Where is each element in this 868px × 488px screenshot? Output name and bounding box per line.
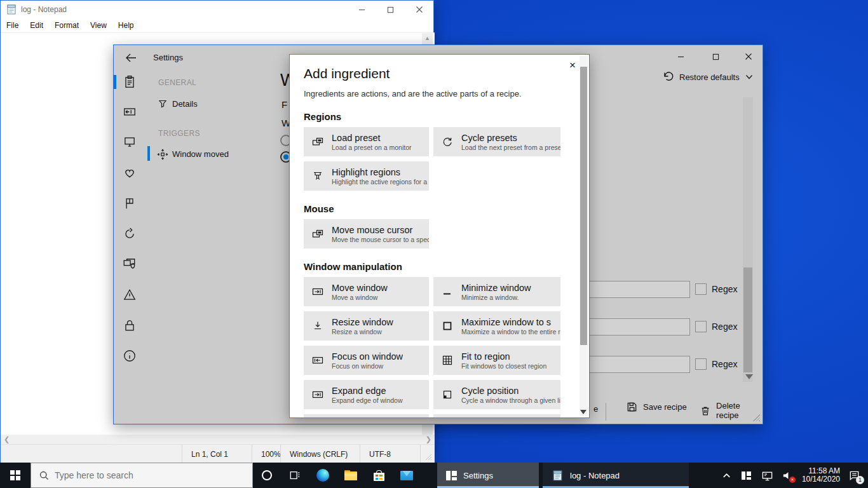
nav-item-window-moved[interactable]: Window moved <box>172 149 229 159</box>
ingredient-item-partial[interactable] <box>304 414 429 418</box>
save-recipe-button[interactable]: Save recipe <box>626 401 687 413</box>
notepad-statusbar: Ln 1, Col 1 100% Windows (CRLF) UTF-8 <box>1 444 435 463</box>
show-hidden-icons-chevron[interactable] <box>721 470 733 482</box>
status-line-ending: Windows (CRLF) <box>280 445 360 463</box>
envelope-shape <box>400 471 413 480</box>
menu-format[interactable]: Format <box>49 21 85 30</box>
windows-logo-icon <box>10 470 20 480</box>
start-button[interactable] <box>0 463 31 488</box>
dialog-scroll-down-icon[interactable] <box>580 410 587 414</box>
menu-file[interactable]: File <box>1 21 24 30</box>
ingredient-move-mouse-cursor[interactable]: Move mouse cursorMove the mouse cursor t… <box>304 219 429 248</box>
notepad-icon <box>552 470 564 482</box>
ingredient-cycle-position[interactable]: Cycle positionCycle a window through a g… <box>433 380 560 409</box>
ingredient-cycle-presets[interactable]: Cycle presetsLoad the next preset from a… <box>433 127 560 156</box>
regions-grid: Load presetLoad a preset on a monitor Cy… <box>304 127 566 191</box>
notepad-titlebar[interactable]: log - Notepad <box>1 1 433 18</box>
notepad-horizontal-scrollbar[interactable]: ❮ ❯ <box>1 435 435 444</box>
scroll-left-icon[interactable]: ❮ <box>1 435 13 444</box>
content-scroll-down-icon[interactable] <box>745 374 753 379</box>
dialog-scrollbar[interactable] <box>580 56 588 416</box>
menu-view[interactable]: View <box>85 21 112 30</box>
menu-help[interactable]: Help <box>112 21 140 30</box>
taskbar-button-notepad[interactable]: log - Notepad <box>543 463 689 488</box>
action-center-icon[interactable]: 1 <box>848 470 860 482</box>
mail-icon[interactable] <box>393 463 421 488</box>
store-icon[interactable] <box>365 463 393 488</box>
settings-resize-grip[interactable] <box>753 414 760 421</box>
settings-close-icon[interactable] <box>739 49 758 64</box>
regex-checkbox-2[interactable] <box>695 321 707 332</box>
input-field-icon[interactable] <box>123 105 137 119</box>
dialog-title: Add ingredient <box>304 66 566 81</box>
ingredient-expand-edge[interactable]: Expand edgeExpand edge of window <box>304 380 429 409</box>
ingredient-load-preset[interactable]: Load presetLoad a preset on a monitor <box>304 127 429 156</box>
notepad-close-icon[interactable] <box>405 1 433 18</box>
scroll-right-icon[interactable]: ❯ <box>423 435 435 444</box>
focus-icon <box>311 354 324 367</box>
file-explorer-icon[interactable] <box>337 463 365 488</box>
scroll-up-icon[interactable]: ▲ <box>422 33 433 43</box>
taskbar-search[interactable] <box>31 463 253 488</box>
back-icon[interactable] <box>124 51 138 64</box>
zones-tray-icon[interactable] <box>741 470 753 482</box>
notepad-minimize-icon[interactable] <box>348 1 376 18</box>
notepad-maximize-icon[interactable] <box>376 1 405 18</box>
clipboard-icon[interactable] <box>123 75 137 89</box>
heart-icon[interactable] <box>123 166 137 180</box>
edge-icon[interactable] <box>309 463 337 488</box>
ingredient-minimize-window[interactable]: Minimize windowMinimize a window. <box>433 277 560 306</box>
trash-icon <box>700 405 711 417</box>
ingredient-resize-window[interactable]: Resize windowResize a window <box>304 311 429 341</box>
ingredient-maximize-window[interactable]: Maximize window to sMaximize a window to… <box>433 311 560 341</box>
network-icon[interactable] <box>761 470 773 482</box>
ingredient-subtitle: Focus on window <box>332 362 403 370</box>
ingredient-title: Focus on window <box>332 351 403 362</box>
nav-item-details[interactable]: Details <box>172 99 198 109</box>
taskbar-button-settings[interactable]: Settings <box>437 463 539 488</box>
ingredient-move-window[interactable]: Move windowMove a window <box>304 277 429 306</box>
content-heading-fragment: W <box>280 71 290 91</box>
regex-checkbox-3[interactable] <box>695 358 707 370</box>
notepad-menubar: File Edit Format View Help <box>1 18 433 32</box>
task-view-icon[interactable] <box>281 463 309 488</box>
clock[interactable]: 11:58 AM 10/14/2020 <box>802 467 840 484</box>
cortana-icon[interactable] <box>253 463 281 488</box>
settings-maximize-icon[interactable] <box>706 49 725 64</box>
ingredient-highlight-regions[interactable]: Highlight regionsHighlight the active re… <box>304 161 429 191</box>
lock-icon[interactable] <box>123 318 137 332</box>
monitor-icon[interactable] <box>123 135 137 149</box>
flag-icon[interactable] <box>123 196 137 210</box>
redo-icon[interactable] <box>123 227 137 241</box>
footer-divider <box>606 403 606 421</box>
maximize-icon <box>441 320 454 332</box>
settings-scrollbar[interactable] <box>743 97 753 382</box>
window-manipulation-grid: Move windowMove a window Minimize window… <box>304 277 566 418</box>
regex-checkbox-1[interactable] <box>695 283 707 295</box>
notepad-resize-grip[interactable] <box>425 454 431 460</box>
save-icon <box>626 401 638 413</box>
ingredient-focus-on-window[interactable]: Focus on windowFocus on window <box>304 346 429 375</box>
regex-label-2: Regex <box>712 322 737 332</box>
search-icon <box>39 470 50 481</box>
info-icon[interactable] <box>123 349 137 363</box>
menu-edit[interactable]: Edit <box>24 21 49 30</box>
ingredient-fit-to-region[interactable]: Fit to regionFit windows to closest regi… <box>433 346 560 375</box>
settings-scroll-thumb[interactable] <box>743 268 752 372</box>
search-input[interactable] <box>55 470 220 480</box>
dialog-close-icon[interactable]: × <box>567 60 578 71</box>
undo-icon <box>661 71 674 83</box>
preset-icon <box>311 227 324 240</box>
restore-defaults-button[interactable]: Restore defaults <box>661 71 754 83</box>
ingredient-item-partial[interactable] <box>433 414 560 418</box>
warning-icon[interactable] <box>123 288 137 302</box>
ingredient-title: Resize window <box>332 317 393 327</box>
dialog-scroll-thumb[interactable] <box>580 67 587 345</box>
volume-muted-icon[interactable]: × <box>782 470 794 482</box>
window-moved-icon <box>157 149 168 160</box>
regex-label-1: Regex <box>712 284 737 294</box>
ingredient-title: Minimize window <box>461 283 531 293</box>
zones-shield-icon[interactable] <box>123 257 137 271</box>
ingredient-subtitle: Highlight the active regions for a s <box>332 178 429 186</box>
settings-minimize-icon[interactable] <box>671 49 690 64</box>
